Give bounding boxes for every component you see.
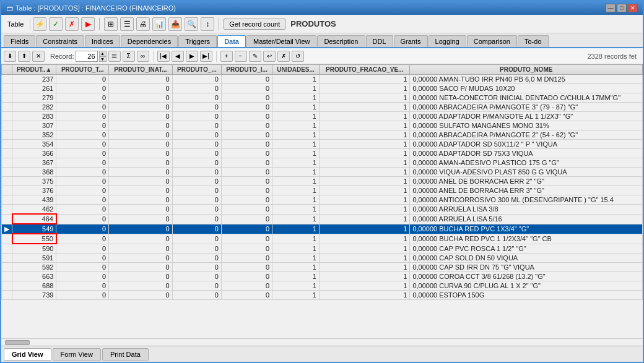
cell-val: 0 [109,103,173,112]
cell-val: 1 [272,93,320,103]
table-row[interactable]: 3680000110,00000 VIQUA-ADESIVO PLAST 850… [2,168,643,177]
table-row[interactable]: ▶5490000110,00000 BUCHA RED PVC 1X3/4" "… [2,224,643,234]
nav-last[interactable]: ▶| [200,51,212,62]
row-indicator [2,140,12,149]
tab-grants[interactable]: Grants [394,35,428,47]
tab-master-detail[interactable]: Master/Detail View [246,35,317,47]
table-row[interactable]: 3750000110,00000 ANEL DE BORRACHA ERR 2"… [2,177,643,186]
maximize-button[interactable]: □ [617,4,627,12]
import-tool[interactable]: 📥 [168,17,182,31]
cancel-row[interactable]: ✗ [277,51,290,62]
bottom-tab-grid[interactable]: Grid View [4,348,51,361]
scroll-thumb[interactable] [5,340,30,345]
calc-btn[interactable]: ☰ [108,51,121,62]
horizontal-scrollbar[interactable] [1,338,643,346]
col-fracao[interactable]: PRODUTO_FRACAO_VE... [319,65,409,75]
form-tool[interactable]: ☰ [120,17,134,31]
refresh-tool[interactable]: ⚡ [33,17,46,31]
tab-constraints[interactable]: Constraints [36,35,84,47]
tab-todo[interactable]: To-do [518,35,549,47]
cell-val: 0 [172,244,221,254]
undo-row[interactable]: ↩ [263,51,276,62]
table-row[interactable]: 6630000110,00000 COROA CCT 3/8 61/268 (1… [2,272,643,281]
row-indicator [2,263,12,272]
record-input[interactable] [76,51,98,62]
table-row[interactable]: 4620000110,00000 ARRUELA LISA 3/8 [2,205,643,215]
row-indicator [2,75,12,84]
print-tool[interactable]: 🖨 [136,17,150,31]
filter-tool[interactable]: 🔍 [185,17,198,31]
table-row[interactable]: 5920000110,00000 CAP SD IRR DN 75 "G" VI… [2,263,643,272]
sigma-btn[interactable]: Σ [123,51,135,62]
cell-val: 0 [172,103,221,112]
table-row[interactable]: 2610000110,00000 SACO P/ MUDAS 10X20 [2,84,643,93]
bottom-tab-print[interactable]: Print Data [102,348,149,361]
col-produto-inat[interactable]: PRODUTO_INAT... [109,65,173,75]
table-row[interactable]: 4390000110,00000 ANTICORROSIVO 300 ML (D… [2,195,643,205]
table-row[interactable]: 6880000110,00000 CURVA 90 C/PLUG AL 1 X … [2,281,643,291]
spin-down[interactable]: ▼ [99,56,107,62]
sort-tool[interactable]: ↕ [201,17,214,31]
edit-row[interactable]: ✎ [249,51,261,62]
oo-btn[interactable]: ∞ [137,51,149,62]
add-filter-btn[interactable]: ⬆ [18,51,30,62]
tab-fields[interactable]: Fields [4,35,35,47]
tab-dependencies[interactable]: Dependencies [121,35,178,47]
tab-ddl[interactable]: DDL [366,35,393,47]
check-tool[interactable]: ✓ [49,17,63,31]
table-row[interactable]: 3660000110,00000 ADAPTADOR SD 75X3 VIQUA [2,149,643,158]
table-row[interactable]: 2830000110,00000 ADAPTADOR P/MANGOTE AL … [2,112,643,121]
table-row[interactable]: 7390000110,00000 ESTOPA 150G [2,291,643,300]
table-row[interactable]: 4640000110,00000 ARRUELA LISA 5/16 [2,214,643,224]
tab-indices[interactable]: Indices [85,35,120,47]
export-tool[interactable]: 📊 [152,17,166,31]
nav-next[interactable]: ▶ [186,51,198,62]
col-nome[interactable]: PRODUTO_NOME [410,65,643,75]
cell-val: 0 [172,130,221,140]
add-row[interactable]: + [220,51,233,62]
grid-tool[interactable]: ⊞ [104,17,118,31]
table-row[interactable]: 2370000110,00000 AMAN-TUBO IRR PN40 PB 6… [2,75,643,84]
table-row[interactable]: 5910000110,00000 CAP SOLD DN 50 VIQUA [2,254,643,263]
col-unidades[interactable]: UNIDADES... [272,65,320,75]
table-row[interactable]: 5900000110,00000 CAP PVC ROSCA 1 1/2" "G… [2,244,643,254]
tab-triggers[interactable]: Triggers [178,35,217,47]
tab-comparison[interactable]: Comparison [467,35,517,47]
table-row[interactable]: 3070000110,00000 SULFATO MANGANES MONO 3… [2,121,643,130]
cell-id: 367 [12,158,56,168]
close-button[interactable]: ✕ [628,4,638,12]
tab-data[interactable]: Data [217,35,246,47]
nav-prev[interactable]: ◀ [172,51,184,62]
table-row[interactable]: 2820000110,00000 ABRACADEIRA P/MANGOTE 3… [2,103,643,112]
spin-up[interactable]: ▲ [99,51,107,56]
table-row[interactable]: 3760000110,00000 ANEL DE BORRACHA ERR 3"… [2,186,643,195]
record-count-button[interactable]: Get record count [224,19,285,30]
cell-id: 376 [12,186,56,195]
col-produto-i[interactable]: PRODUTO_I... [221,65,272,75]
col-produto-t[interactable]: PRODUTO_T... [56,65,109,75]
table-menu[interactable]: Table [4,19,27,29]
cell-val: 0 [172,254,221,263]
data-grid-wrap[interactable]: PRODUT..▲ PRODUTO_T... PRODUTO_INAT... P… [1,64,643,338]
cell-val: 1 [319,149,409,158]
minimize-button[interactable]: — [606,4,616,12]
table-row[interactable]: 2790000110,00000 NETA-CONECTOR INICIAL D… [2,93,643,103]
table-row[interactable]: 3540000110,00000 ADAPTADOR SD 50X11/2 " … [2,140,643,149]
table-row[interactable]: 5500000110,00000 BUCHA RED PVC 1 1/2X3/4… [2,234,643,244]
run-tool[interactable]: ▶ [81,17,95,31]
cancel-tool[interactable]: ✗ [65,17,79,31]
clear-filter-btn[interactable]: ✕ [32,51,45,62]
refresh-row[interactable]: ↺ [292,51,304,62]
col-produto-p[interactable]: PRODUTO_... [172,65,221,75]
table-row[interactable]: 3670000110,00000 AMAN-ADESIVO PLASTICO 1… [2,158,643,168]
del-row[interactable]: − [235,51,247,62]
bottom-tab-form[interactable]: Form View [53,348,101,361]
filter-data-btn[interactable]: ⬇ [4,51,16,62]
tab-description[interactable]: Description [317,35,365,47]
table-row[interactable]: 3520000110,00000 ABRACADEIRA P/MANGOTE 2… [2,130,643,140]
nav-first[interactable]: |◀ [157,51,170,62]
col-produto[interactable]: PRODUT..▲ [12,65,56,75]
tab-logging[interactable]: Logging [429,35,466,47]
cell-val: 0 [109,272,173,281]
cell-val: 0 [221,291,272,300]
